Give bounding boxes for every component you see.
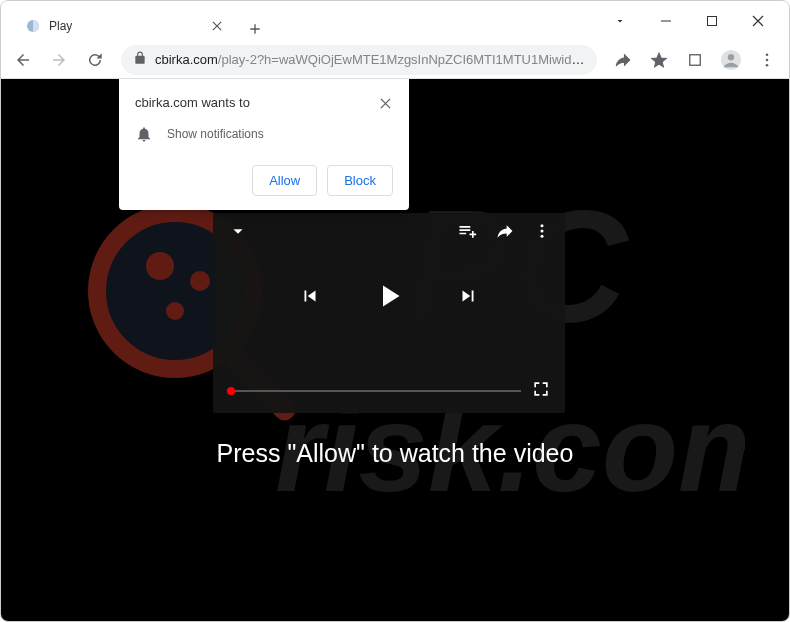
svg-point-8: [766, 63, 769, 66]
window-close-button[interactable]: [735, 5, 781, 37]
lock-icon: [133, 51, 147, 68]
profile-avatar[interactable]: [715, 44, 747, 76]
svg-rect-3: [690, 54, 701, 65]
block-button[interactable]: Block: [327, 165, 393, 196]
svg-point-12: [166, 302, 184, 320]
tab-close-button[interactable]: [209, 18, 225, 34]
fullscreen-button[interactable]: [531, 379, 551, 403]
allow-prompt-text: Press "Allow" to watch the video: [1, 439, 789, 468]
window-dropdown-icon[interactable]: [597, 5, 643, 37]
svg-point-16: [541, 224, 544, 227]
svg-rect-0: [661, 21, 671, 22]
playlist-add-icon[interactable]: [457, 221, 477, 245]
bell-icon: [135, 125, 153, 143]
svg-point-6: [766, 53, 769, 56]
progress-thumb[interactable]: [227, 387, 235, 395]
page-content: PC risk.com cbirka.com wants to Show not…: [1, 79, 789, 622]
share-video-icon[interactable]: [495, 221, 515, 245]
play-button[interactable]: [371, 278, 407, 318]
progress-bar[interactable]: [227, 390, 521, 392]
tab-favicon-icon: [25, 18, 41, 34]
notification-popup: cbirka.com wants to Show notifications A…: [119, 79, 409, 210]
svg-point-10: [146, 252, 174, 280]
address-bar[interactable]: cbirka.com/play-2?h=waWQiOjEwMTE1MzgsInN…: [121, 45, 597, 75]
previous-track-button[interactable]: [299, 285, 321, 311]
share-icon[interactable]: [607, 44, 639, 76]
svg-point-18: [541, 235, 544, 238]
svg-rect-1: [708, 17, 717, 26]
svg-point-5: [728, 54, 734, 60]
url-text: cbirka.com/play-2?h=waWQiOjEwMTE1MzgsInN…: [155, 52, 585, 67]
browser-tab[interactable]: Play: [15, 9, 235, 43]
tab-title: Play: [49, 19, 201, 33]
new-tab-button[interactable]: [241, 15, 269, 43]
notification-body-text: Show notifications: [167, 127, 264, 141]
more-icon[interactable]: [533, 222, 551, 244]
menu-button[interactable]: [751, 44, 783, 76]
allow-button[interactable]: Allow: [252, 165, 317, 196]
next-track-button[interactable]: [457, 285, 479, 311]
bookmark-icon[interactable]: [643, 44, 675, 76]
collapse-icon[interactable]: [227, 220, 249, 246]
svg-point-11: [190, 271, 210, 291]
window-maximize-button[interactable]: [689, 5, 735, 37]
svg-point-7: [766, 58, 769, 61]
extensions-icon[interactable]: [679, 44, 711, 76]
window-minimize-button[interactable]: [643, 5, 689, 37]
video-player: [213, 213, 565, 413]
notification-title: cbirka.com wants to: [135, 95, 250, 110]
back-button[interactable]: [7, 44, 39, 76]
svg-point-17: [541, 230, 544, 233]
reload-button[interactable]: [79, 44, 111, 76]
forward-button[interactable]: [43, 44, 75, 76]
notification-close-button[interactable]: [377, 95, 393, 111]
